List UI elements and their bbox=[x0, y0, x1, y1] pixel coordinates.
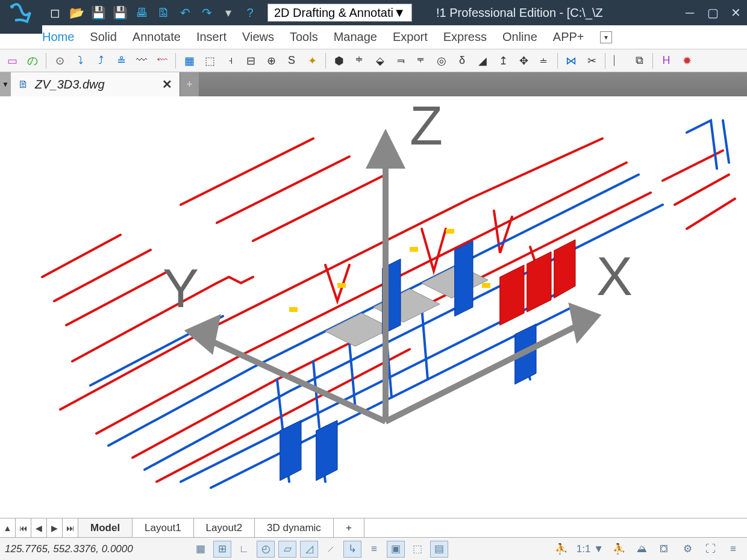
tool-dim-lin[interactable]: ⫞ bbox=[222, 52, 239, 69]
more-icon[interactable]: ▾ bbox=[220, 5, 236, 20]
tool-scale[interactable]: ✥ bbox=[515, 52, 532, 69]
tool-polyline[interactable]: の bbox=[24, 52, 41, 69]
status-osnap[interactable]: ◿ bbox=[300, 541, 318, 558]
redo-icon[interactable]: ↷ bbox=[199, 5, 214, 20]
tool-rectangle[interactable]: ▭ bbox=[4, 52, 20, 69]
dwg-file-icon: 🗎 bbox=[18, 78, 29, 91]
status-walk-button[interactable]: ⛰ bbox=[633, 541, 651, 558]
chevron-down-icon: ▼ bbox=[393, 6, 405, 20]
menu-manage[interactable]: Manage bbox=[334, 30, 377, 44]
menu-views[interactable]: Views bbox=[242, 30, 274, 44]
tool-table[interactable]: ▦ bbox=[181, 52, 198, 69]
status-lwt[interactable]: ▣ bbox=[387, 541, 405, 558]
tool-stretch[interactable]: ⫨ bbox=[536, 52, 552, 69]
layout-tab-3d-dynamic[interactable]: 3D dynamic bbox=[255, 518, 334, 537]
tool-h-tool[interactable]: H bbox=[658, 52, 675, 69]
tool-arc-up[interactable]: ⤴ bbox=[92, 52, 109, 69]
app-logo[interactable] bbox=[0, 0, 42, 34]
svg-text:X: X bbox=[596, 246, 633, 306]
menu-express[interactable]: Express bbox=[443, 30, 487, 44]
save-icon[interactable]: 💾 bbox=[90, 5, 106, 20]
coordinates-display[interactable]: 125.7765, 552.3376, 0.0000 bbox=[5, 543, 137, 555]
tool-chamfer[interactable]: ◢ bbox=[474, 52, 491, 69]
workspace-dropdown[interactable]: 2D Drafting & Annotati ▼ bbox=[267, 4, 412, 22]
tool-offset[interactable]: ≗ bbox=[113, 52, 130, 69]
menu-online[interactable]: Online bbox=[502, 30, 537, 44]
tab-close-icon[interactable]: ✕ bbox=[162, 77, 172, 92]
tool-grid[interactable]: ⧉ bbox=[631, 52, 648, 69]
status-snap[interactable]: ⊞ bbox=[213, 541, 231, 558]
menu-overflow-button[interactable]: ▾ bbox=[600, 31, 612, 43]
status-grid[interactable]: ▦ bbox=[192, 541, 210, 558]
status-dyn[interactable]: ≡ bbox=[365, 541, 383, 558]
tool-pline[interactable]: ⬳ bbox=[154, 52, 170, 69]
tool-insert[interactable]: ⬚ bbox=[201, 52, 218, 69]
tool-valve[interactable]: ⋈ bbox=[563, 52, 580, 69]
layout-tab-model[interactable]: Model bbox=[78, 518, 133, 537]
close-button[interactable]: ✕ bbox=[724, 0, 747, 25]
new-tab-button[interactable]: + bbox=[180, 72, 199, 96]
tool-wave[interactable]: 〰 bbox=[133, 52, 150, 69]
tool-hatch[interactable]: ✦ bbox=[304, 52, 320, 69]
layout-next-button[interactable]: ▶ bbox=[47, 518, 63, 537]
tool-array[interactable]: ⫬ bbox=[392, 52, 409, 69]
status-otrack[interactable]: ⟋ bbox=[322, 541, 340, 558]
menu-app+[interactable]: APP+ bbox=[553, 30, 584, 44]
status-ducs[interactable]: ↳ bbox=[343, 541, 361, 558]
annotation-scale[interactable]: 1:1 ▼ bbox=[577, 543, 604, 555]
menu-export[interactable]: Export bbox=[393, 30, 428, 44]
tool-dim-align[interactable]: ⊟ bbox=[242, 52, 259, 69]
layout-add-button[interactable]: + bbox=[334, 518, 364, 537]
layout-tab-layout1[interactable]: Layout1 bbox=[133, 518, 194, 537]
tool-align[interactable]: ⫧ bbox=[413, 52, 430, 69]
menu-tools[interactable]: Tools bbox=[290, 30, 318, 44]
tool-break[interactable]: δ bbox=[454, 52, 470, 69]
layout-prev-button[interactable]: ◀ bbox=[31, 518, 47, 537]
menu-insert[interactable]: Insert bbox=[196, 30, 227, 44]
document-tab-active[interactable]: 🗎 ZV_3D3.dwg ✕ bbox=[11, 72, 180, 96]
tool-center[interactable]: ⊕ bbox=[263, 52, 280, 69]
layout-tab-layout2[interactable]: Layout2 bbox=[194, 518, 255, 537]
status-menu-button[interactable]: ≡ bbox=[724, 541, 742, 558]
saveall-icon[interactable]: 💾 bbox=[112, 5, 128, 20]
tool-trim[interactable]: ✂ bbox=[583, 52, 600, 69]
tool-pipe[interactable]: ⎸ bbox=[610, 52, 627, 69]
tool-circle[interactable]: ⊙ bbox=[51, 52, 68, 69]
menu-annotate[interactable]: Annotate bbox=[133, 30, 181, 44]
tool-extrude[interactable]: ⫩ bbox=[351, 52, 368, 69]
layout-first-button[interactable]: ⏮ bbox=[16, 518, 31, 537]
status-qprop[interactable]: ▤ bbox=[430, 541, 448, 558]
menu-solid[interactable]: Solid bbox=[90, 30, 116, 44]
layout-tabs: ▲ ⏮ ◀ ▶ ⏭ ModelLayout1Layout23D dynamic+ bbox=[0, 518, 747, 537]
drawing-canvas[interactable]: X Y Z bbox=[0, 96, 747, 518]
maximize-button[interactable]: ▢ bbox=[701, 0, 724, 25]
svg-marker-22 bbox=[370, 135, 401, 166]
tool-box3d[interactable]: ⬢ bbox=[331, 52, 348, 69]
tool-sun[interactable]: ✹ bbox=[678, 52, 695, 69]
tool-sweep[interactable]: ⬙ bbox=[372, 52, 389, 69]
person-icon[interactable]: ⛹ bbox=[552, 541, 570, 558]
tool-ring[interactable]: ◎ bbox=[433, 52, 450, 69]
status-person-button[interactable]: ⛹ bbox=[610, 541, 628, 558]
new-icon[interactable]: ◻ bbox=[47, 5, 63, 20]
tool-arc-down[interactable]: ⤵ bbox=[72, 52, 89, 69]
status-nav-button[interactable]: ⛋ bbox=[655, 541, 674, 558]
tab-dropdown-handle[interactable]: ▼ bbox=[0, 72, 11, 96]
tool-move[interactable]: ↥ bbox=[495, 52, 511, 69]
menu-home[interactable]: Home bbox=[42, 30, 74, 44]
layout-up-button[interactable]: ▲ bbox=[0, 518, 16, 537]
help-icon[interactable]: ? bbox=[242, 5, 258, 20]
tool-spline[interactable]: S bbox=[283, 52, 300, 69]
open-icon[interactable]: 📂 bbox=[69, 5, 84, 20]
status-ortho[interactable]: ∟ bbox=[235, 541, 253, 558]
undo-icon[interactable]: ↶ bbox=[177, 5, 193, 20]
status-polar[interactable]: ◴ bbox=[257, 541, 275, 558]
status-trans[interactable]: ⬚ bbox=[408, 541, 427, 558]
status-iso[interactable]: ▱ bbox=[278, 541, 296, 558]
status-fullscreen-button[interactable]: ⛶ bbox=[701, 541, 719, 558]
print-icon[interactable]: 🖶 bbox=[134, 5, 149, 20]
layout-last-button[interactable]: ⏭ bbox=[63, 518, 78, 537]
status-gear-button[interactable]: ⚙ bbox=[678, 541, 696, 558]
preview-icon[interactable]: 🖻 bbox=[155, 5, 171, 20]
minimize-button[interactable]: ─ bbox=[678, 0, 701, 25]
